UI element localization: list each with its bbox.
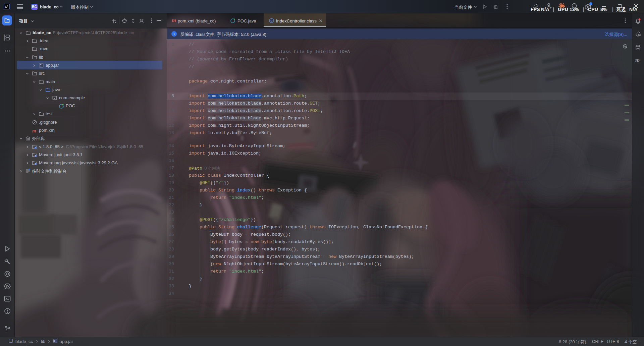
svg-text:C: C <box>270 19 273 22</box>
